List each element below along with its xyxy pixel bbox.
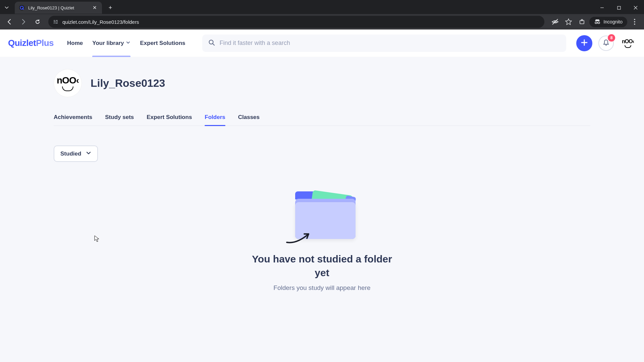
svg-rect-6 (54, 20, 55, 21)
tab-search-dropdown[interactable] (1, 2, 12, 13)
profile-header: nOO‹ Lily_Rose0123 (54, 69, 590, 97)
tab-classes[interactable]: Classes (238, 114, 260, 125)
svg-rect-10 (54, 23, 55, 23)
page-body: QuizletPlus Home Your library Expert Sol… (0, 29, 644, 362)
incognito-label: Incognito (603, 19, 623, 24)
close-tab-icon[interactable]: ✕ (91, 4, 98, 11)
svg-rect-11 (55, 23, 58, 23)
profile-avatar: nOO‹ (54, 69, 82, 97)
empty-state: You have not studied a folder yet Folder… (54, 185, 590, 292)
svg-rect-9 (56, 21, 58, 22)
plus-icon (581, 39, 588, 48)
svg-point-19 (634, 19, 635, 20)
forward-button[interactable] (17, 16, 30, 28)
browser-tab[interactable]: Lily_Rose0123 | Quizlet ✕ (15, 2, 102, 14)
empty-state-title: You have not studied a folder yet (248, 252, 396, 280)
incognito-icon (594, 19, 601, 25)
nav-home[interactable]: Home (67, 29, 83, 57)
new-tab-button[interactable]: + (105, 3, 115, 13)
user-avatar[interactable]: nOO‹ (620, 35, 636, 51)
app-header: QuizletPlus Home Your library Expert Sol… (0, 29, 644, 57)
tab-achievements[interactable]: Achievements (54, 114, 92, 125)
svg-rect-8 (54, 21, 56, 22)
create-button[interactable] (576, 35, 592, 51)
svg-point-17 (598, 22, 600, 23)
nav-your-library[interactable]: Your library (92, 29, 130, 57)
tab-expert-solutions[interactable]: Expert Solutions (147, 114, 192, 125)
tab-study-sets[interactable]: Study sets (105, 114, 134, 125)
svg-rect-7 (56, 20, 58, 21)
incognito-indicator[interactable]: Incognito (589, 17, 627, 27)
tab-folders[interactable]: Folders (205, 114, 225, 125)
address-bar[interactable]: quizlet.com/Lily_Rose0123/folders (48, 16, 544, 28)
browser-tab-bar: Lily_Rose0123 | Quizlet ✕ + (0, 0, 644, 14)
filter-label: Studied (60, 150, 81, 157)
notifications-button[interactable]: 8 (598, 36, 614, 51)
profile-username: Lily_Rose0123 (91, 77, 165, 89)
nav-expert-solutions[interactable]: Expert Solutions (140, 29, 185, 57)
quizlet-favicon-icon (19, 5, 25, 11)
back-button[interactable] (3, 16, 15, 28)
url-text: quizlet.com/Lily_Rose0123/folders (62, 19, 540, 25)
site-settings-icon[interactable] (53, 19, 58, 24)
svg-rect-3 (618, 6, 621, 9)
close-window-button[interactable] (627, 2, 644, 14)
svg-line-23 (213, 44, 214, 45)
svg-point-16 (595, 22, 597, 23)
chevron-down-icon (86, 150, 91, 157)
search-input[interactable] (220, 40, 560, 47)
top-nav: Home Your library Expert Solutions (67, 29, 185, 57)
empty-folder-illustration (283, 185, 361, 242)
notification-badge: 8 (608, 34, 615, 42)
search-icon (208, 39, 215, 47)
svg-point-21 (634, 23, 635, 25)
maximize-window-button[interactable] (610, 2, 627, 14)
svg-rect-15 (581, 19, 583, 21)
quizlet-logo[interactable]: QuizletPlus (8, 38, 54, 48)
reload-button[interactable] (32, 16, 44, 28)
minimize-window-button[interactable] (594, 2, 610, 14)
bookmark-star-icon[interactable] (562, 16, 575, 28)
tracking-protection-icon[interactable] (549, 16, 561, 28)
search-bar[interactable] (202, 35, 566, 52)
svg-point-20 (634, 21, 635, 22)
extensions-icon[interactable] (576, 16, 588, 28)
arrow-swoosh-icon (283, 219, 327, 246)
chevron-down-icon (126, 40, 130, 47)
profile-tabs: Achievements Study sets Expert Solutions… (54, 114, 590, 126)
browser-tab-title: Lily_Rose0123 | Quizlet (28, 5, 89, 10)
empty-state-subtitle: Folders you study will appear here (273, 284, 370, 292)
browser-toolbar: quizlet.com/Lily_Rose0123/folders Incogn… (0, 14, 644, 29)
svg-line-13 (552, 19, 558, 24)
browser-menu-button[interactable] (629, 16, 641, 28)
filter-dropdown[interactable]: Studied (54, 145, 98, 162)
